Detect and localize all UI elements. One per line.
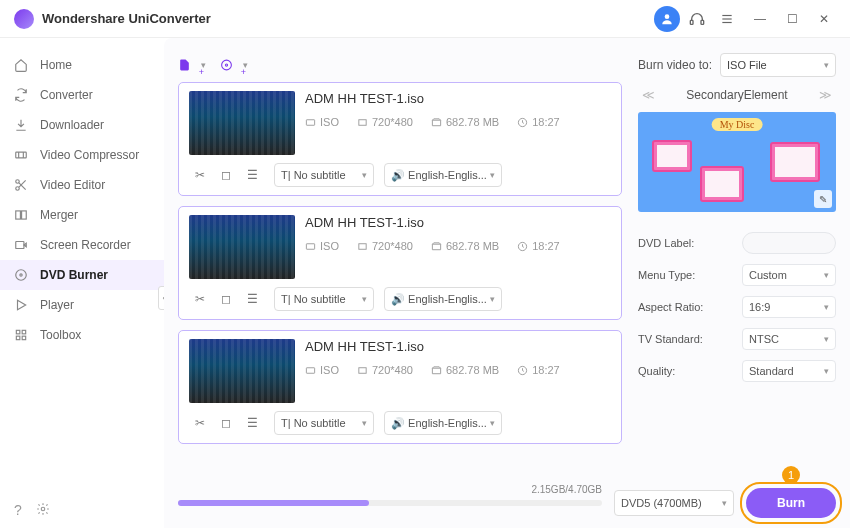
sidebar-item-player[interactable]: Player — [0, 290, 164, 320]
maximize-button[interactable]: ☐ — [780, 12, 804, 26]
svg-rect-25 — [359, 119, 366, 125]
subtitle-select[interactable]: T| No subtitle▾ — [274, 411, 374, 435]
svg-point-7 — [16, 180, 20, 184]
svg-rect-17 — [16, 330, 20, 334]
duration-text: 18:27 — [517, 240, 560, 252]
burn-to-select[interactable]: ISO File▾ — [720, 53, 836, 77]
sidebar-item-merger[interactable]: Merger — [0, 200, 164, 230]
filesize-text: 682.78 MB — [431, 240, 499, 252]
file-item[interactable]: ADM HH TEST-1.isoISO720*480682.78 MB18:2… — [178, 330, 622, 444]
svg-rect-2 — [701, 20, 704, 24]
menu-icon[interactable] — [714, 6, 740, 32]
disc-type-select[interactable]: DVD5 (4700MB)▾ — [614, 490, 734, 516]
load-disc-button[interactable]: +▾ — [220, 51, 248, 79]
svg-point-0 — [665, 14, 670, 19]
sidebar-item-label: Downloader — [40, 118, 104, 132]
tv-standard-select[interactable]: NTSC▾ — [742, 328, 836, 350]
titlebar: Wondershare UniConverter — ☐ ✕ — [0, 0, 850, 38]
svg-rect-31 — [359, 367, 366, 373]
duration-text: 18:27 — [517, 116, 560, 128]
audio-track-select[interactable]: 🔊 English-Englis...▾ — [384, 163, 502, 187]
menu-type-select[interactable]: Custom▾ — [742, 264, 836, 286]
app-title: Wondershare UniConverter — [42, 11, 211, 26]
svg-point-15 — [20, 274, 22, 276]
resolution-text: 720*480 — [357, 116, 413, 128]
theme-preview[interactable]: My Disc ✎ — [638, 112, 836, 212]
help-icon[interactable]: ? — [14, 502, 22, 518]
crop-icon[interactable]: ◻ — [221, 292, 231, 306]
file-item[interactable]: ADM HH TEST-1.isoISO720*480682.78 MB18:2… — [178, 82, 622, 196]
close-button[interactable]: ✕ — [812, 12, 836, 26]
sidebar-item-video-compressor[interactable]: Video Compressor — [0, 140, 164, 170]
subtitle-select[interactable]: T| No subtitle▾ — [274, 287, 374, 311]
minimize-button[interactable]: — — [748, 12, 772, 26]
sidebar-item-label: Home — [40, 58, 72, 72]
aspect-ratio-select[interactable]: 16:9▾ — [742, 296, 836, 318]
theme-edit-icon[interactable]: ✎ — [814, 190, 832, 208]
callout-badge: 1 — [782, 466, 800, 484]
svg-rect-6 — [16, 152, 27, 158]
more-options-icon[interactable]: ☰ — [247, 292, 258, 306]
sidebar-item-label: DVD Burner — [40, 268, 108, 282]
bottom-bar: 2.15GB/4.70GB DVD5 (4700MB)▾ 1 Burn — [178, 468, 836, 528]
sidebar-item-label: Player — [40, 298, 74, 312]
crop-icon[interactable]: ◻ — [221, 168, 231, 182]
video-thumbnail[interactable] — [189, 91, 295, 155]
sidebar-item-home[interactable]: Home — [0, 50, 164, 80]
more-options-icon[interactable]: ☰ — [247, 168, 258, 182]
sync-icon — [14, 88, 30, 102]
svg-rect-1 — [690, 20, 693, 24]
format-badge: ISO — [305, 116, 339, 128]
user-account-icon[interactable] — [654, 6, 680, 32]
sidebar-item-video-editor[interactable]: Video Editor — [0, 170, 164, 200]
dvd-label-input[interactable] — [742, 232, 836, 254]
scissors-icon — [14, 178, 30, 192]
filesize-text: 682.78 MB — [431, 116, 499, 128]
sidebar-item-label: Video Editor — [40, 178, 105, 192]
file-title: ADM HH TEST-1.iso — [305, 215, 611, 230]
quality-select[interactable]: Standard▾ — [742, 360, 836, 382]
add-file-button[interactable]: +▾ — [178, 51, 206, 79]
trim-icon[interactable]: ✂ — [195, 168, 205, 182]
svg-rect-20 — [22, 336, 26, 340]
sidebar: HomeConverterDownloaderVideo CompressorV… — [0, 38, 164, 528]
trim-icon[interactable]: ✂ — [195, 416, 205, 430]
play-icon — [14, 298, 30, 312]
crop-icon[interactable]: ◻ — [221, 416, 231, 430]
aspect-ratio-label: Aspect Ratio: — [638, 301, 710, 313]
sidebar-item-toolbox[interactable]: Toolbox — [0, 320, 164, 350]
svg-rect-24 — [306, 119, 314, 125]
dvd-settings-panel: ≪ SecondaryElement ≫ My Disc ✎ DVD Label… — [638, 82, 836, 468]
sidebar-item-screen-recorder[interactable]: Screen Recorder — [0, 230, 164, 260]
download-icon — [14, 118, 30, 132]
file-item[interactable]: ADM HH TEST-1.isoISO720*480682.78 MB18:2… — [178, 206, 622, 320]
dvd-label-label: DVD Label: — [638, 237, 710, 249]
sidebar-item-label: Converter — [40, 88, 93, 102]
quality-label: Quality: — [638, 365, 710, 377]
sidebar-item-dvd-burner[interactable]: DVD Burner — [0, 260, 164, 290]
svg-point-23 — [225, 64, 227, 66]
burn-button[interactable]: Burn — [746, 488, 836, 518]
theme-prev-arrow[interactable]: ≪ — [638, 88, 659, 102]
more-options-icon[interactable]: ☰ — [247, 416, 258, 430]
subtitle-select[interactable]: T| No subtitle▾ — [274, 163, 374, 187]
video-thumbnail[interactable] — [189, 339, 295, 403]
sidebar-item-downloader[interactable]: Downloader — [0, 110, 164, 140]
file-title: ADM HH TEST-1.iso — [305, 339, 611, 354]
svg-rect-28 — [359, 243, 366, 249]
settings-gear-icon[interactable] — [36, 502, 50, 518]
tv-standard-label: TV Standard: — [638, 333, 710, 345]
headset-icon[interactable] — [684, 6, 710, 32]
video-thumbnail[interactable] — [189, 215, 295, 279]
sidebar-item-label: Video Compressor — [40, 148, 139, 162]
trim-icon[interactable]: ✂ — [195, 292, 205, 306]
audio-track-select[interactable]: 🔊 English-Englis...▾ — [384, 411, 502, 435]
resolution-text: 720*480 — [357, 240, 413, 252]
sidebar-item-converter[interactable]: Converter — [0, 80, 164, 110]
sidebar-item-label: Toolbox — [40, 328, 81, 342]
merge-icon — [14, 208, 30, 222]
record-icon — [14, 238, 30, 252]
svg-rect-12 — [22, 211, 27, 219]
audio-track-select[interactable]: 🔊 English-Englis...▾ — [384, 287, 502, 311]
theme-next-arrow[interactable]: ≫ — [815, 88, 836, 102]
